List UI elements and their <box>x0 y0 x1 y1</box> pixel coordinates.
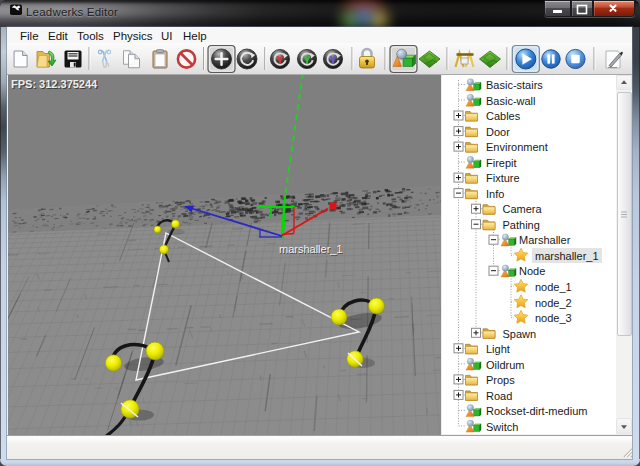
svg-text:FPS: 312.375244: FPS: 312.375244 <box>11 78 98 90</box>
svg-text:marshaller_1: marshaller_1 <box>279 243 343 255</box>
